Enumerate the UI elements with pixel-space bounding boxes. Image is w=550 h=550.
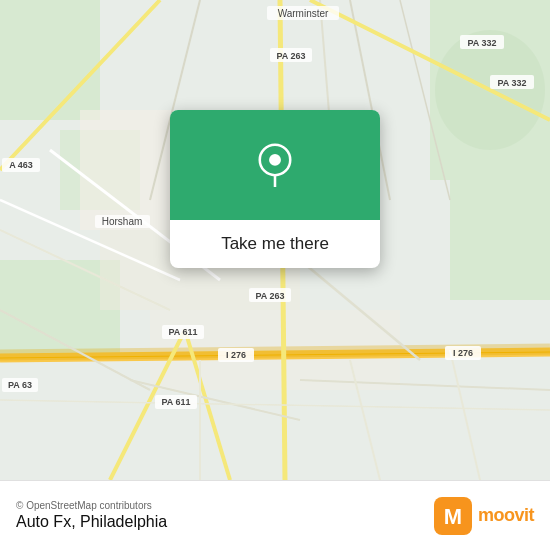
popup-green-area bbox=[170, 110, 380, 220]
svg-point-58 bbox=[269, 154, 281, 166]
moovit-m-icon: M bbox=[434, 497, 472, 535]
map-container: Warminster Horsham PA 263 PA 332 PA 332 … bbox=[0, 0, 550, 480]
svg-text:Warminster: Warminster bbox=[278, 8, 329, 19]
bottom-bar: © OpenStreetMap contributors Auto Fx, Ph… bbox=[0, 480, 550, 550]
svg-text:PA 611: PA 611 bbox=[168, 327, 197, 337]
moovit-text: moovit bbox=[478, 505, 534, 526]
popup-card: Take me there bbox=[170, 110, 380, 268]
svg-text:PA 263: PA 263 bbox=[255, 291, 284, 301]
svg-rect-3 bbox=[450, 180, 550, 300]
location-pin-icon bbox=[253, 143, 297, 187]
osm-attribution: © OpenStreetMap contributors bbox=[16, 500, 167, 511]
place-label: Auto Fx, Philadelphia bbox=[16, 513, 167, 531]
svg-text:I 276: I 276 bbox=[226, 350, 246, 360]
svg-text:PA 332: PA 332 bbox=[497, 78, 526, 88]
popup-button-area[interactable]: Take me there bbox=[170, 220, 380, 268]
svg-text:PA 63: PA 63 bbox=[8, 380, 32, 390]
svg-text:PA 611: PA 611 bbox=[161, 397, 190, 407]
svg-text:Horsham: Horsham bbox=[102, 216, 143, 227]
take-me-there-button[interactable]: Take me there bbox=[221, 234, 329, 254]
svg-text:M: M bbox=[444, 504, 462, 529]
svg-rect-1 bbox=[0, 0, 100, 120]
svg-text:PA 332: PA 332 bbox=[467, 38, 496, 48]
moovit-logo: M moovit bbox=[434, 497, 534, 535]
svg-text:A 463: A 463 bbox=[9, 160, 33, 170]
svg-text:I 276: I 276 bbox=[453, 348, 473, 358]
svg-text:PA 263: PA 263 bbox=[276, 51, 305, 61]
bottom-left: © OpenStreetMap contributors Auto Fx, Ph… bbox=[16, 500, 167, 531]
